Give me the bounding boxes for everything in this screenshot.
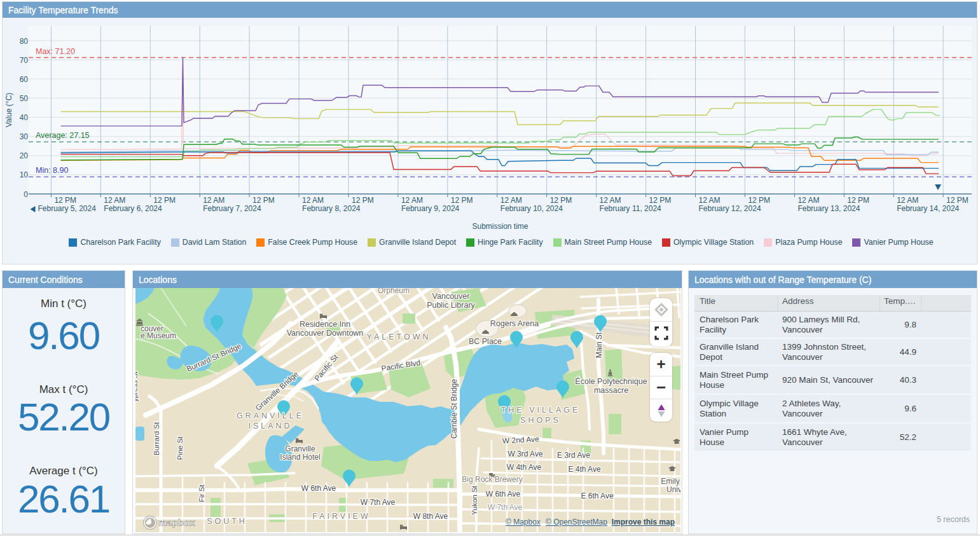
- svg-text:12 AM: 12 AM: [302, 196, 324, 205]
- svg-text:12 AM: 12 AM: [600, 196, 621, 205]
- svg-text:12 AM: 12 AM: [500, 196, 522, 205]
- svg-text:12 AM: 12 AM: [203, 196, 224, 205]
- svg-text:February 10, 2024: February 10, 2024: [500, 204, 563, 213]
- svg-text:Min: 8.90: Min: 8.90: [36, 166, 68, 175]
- svg-text:W 7th Ave: W 7th Ave: [361, 498, 396, 507]
- svg-text:Burrard St: Burrard St: [153, 422, 160, 455]
- svg-text:12 AM: 12 AM: [897, 196, 918, 205]
- svg-text:massacre: massacre: [594, 386, 628, 395]
- svg-text:12 AM: 12 AM: [401, 196, 423, 205]
- svg-text:12 AM: 12 AM: [104, 196, 125, 205]
- svg-text:SHOPS: SHOPS: [520, 416, 561, 425]
- svg-text:50: 50: [20, 94, 29, 103]
- svg-text:Max: 71.20: Max: 71.20: [36, 47, 75, 56]
- svg-text:February 7, 2024: February 7, 2024: [203, 204, 261, 213]
- svg-text:12 PM: 12 PM: [352, 196, 374, 205]
- svg-text:Big Rock Brewery: Big Rock Brewery: [462, 475, 522, 484]
- svg-text:W 7th Ave: W 7th Ave: [488, 503, 523, 512]
- svg-text:Yukon St: Yukon St: [471, 485, 478, 515]
- svg-text:W 6th Ave: W 6th Ave: [486, 490, 521, 498]
- svg-text:Residence Inn: Residence Inn: [300, 320, 350, 329]
- svg-text:12 PM: 12 PM: [252, 196, 275, 205]
- svg-text:0: 0: [24, 190, 28, 199]
- svg-text:Main St: Main St: [595, 332, 604, 358]
- svg-text:FAIRVIEW: FAIRVIEW: [312, 512, 371, 521]
- svg-text:February 12, 2024: February 12, 2024: [699, 204, 761, 213]
- svg-text:E 4th Ave: E 4th Ave: [568, 465, 600, 474]
- svg-text:12 PM: 12 PM: [847, 196, 869, 205]
- svg-text:© Mapbox: © Mapbox: [506, 518, 541, 526]
- svg-text:W 6th Ave: W 6th Ave: [301, 484, 336, 493]
- svg-text:Improve this map: Improve this map: [612, 518, 675, 526]
- svg-text:12 PM: 12 PM: [451, 196, 473, 205]
- svg-text:Island Hotel: Island Hotel: [280, 453, 320, 462]
- svg-text:70: 70: [20, 56, 29, 65]
- svg-text:Public Library: Public Library: [427, 301, 475, 310]
- svg-text:École Polytechnique: École Polytechnique: [575, 376, 647, 386]
- svg-text:Orpheum: Orpheum: [378, 288, 410, 295]
- svg-text:E 3rd Ave: E 3rd Ave: [557, 451, 590, 460]
- svg-text:W 3rd Ave: W 3rd Ave: [507, 450, 542, 458]
- svg-text:Fir St: Fir St: [198, 484, 205, 502]
- svg-text:February 8, 2024: February 8, 2024: [302, 204, 361, 213]
- svg-text:Vancouver Downtown: Vancouver Downtown: [287, 329, 364, 338]
- svg-text:February 11, 2024: February 11, 2024: [600, 204, 661, 213]
- svg-text:Rogers Arena: Rogers Arena: [490, 319, 539, 328]
- svg-text:12 PM: 12 PM: [153, 196, 176, 205]
- svg-text:10: 10: [20, 170, 29, 179]
- svg-text:Emily: Emily: [661, 477, 679, 486]
- svg-text:ISLAND: ISLAND: [248, 422, 292, 430]
- svg-text:20: 20: [20, 151, 29, 160]
- svg-text:12 PM: 12 PM: [550, 196, 572, 205]
- svg-text:Average: 27.15: Average: 27.15: [36, 131, 90, 140]
- svg-text:60: 60: [20, 75, 29, 84]
- svg-text:40: 40: [20, 113, 29, 122]
- svg-text:YALETOWN: YALETOWN: [367, 333, 431, 341]
- svg-text:February 13, 2024: February 13, 2024: [797, 204, 860, 213]
- svg-text:80: 80: [20, 37, 29, 46]
- svg-text:ypress St: ypress St: [135, 371, 139, 402]
- svg-text:30: 30: [20, 132, 29, 141]
- svg-text:W 8th Ave: W 8th Ave: [413, 512, 448, 521]
- svg-text:Granville: Granville: [285, 444, 315, 453]
- svg-text:Pine St: Pine St: [176, 436, 184, 460]
- svg-text:12 AM: 12 AM: [699, 196, 721, 205]
- svg-text:Value (°C): Value (°C): [4, 93, 13, 128]
- svg-text:mapbox: mapbox: [158, 517, 195, 528]
- svg-text:Vancouver: Vancouver: [432, 292, 470, 301]
- svg-text:E 6th Ave: E 6th Ave: [581, 491, 613, 500]
- svg-text:W 4th Ave: W 4th Ave: [507, 463, 542, 472]
- svg-text:Unive: Unive: [666, 485, 680, 494]
- svg-text:SOUTH: SOUTH: [207, 517, 247, 526]
- svg-text:GRANVILLE: GRANVILLE: [237, 411, 304, 420]
- svg-text:12 PM: 12 PM: [946, 196, 969, 205]
- svg-text:BC Place: BC Place: [469, 337, 502, 346]
- svg-text:© OpenStreetMap: © OpenStreetMap: [546, 518, 607, 526]
- svg-text:February 5, 2024: February 5, 2024: [38, 204, 97, 213]
- svg-text:12 AM: 12 AM: [797, 196, 819, 205]
- svg-text:12 PM: 12 PM: [649, 196, 672, 205]
- svg-text:Cambie St Bridge: Cambie St Bridge: [450, 379, 459, 439]
- svg-text:February 6, 2024: February 6, 2024: [104, 204, 162, 213]
- svg-text:Submission time: Submission time: [472, 222, 528, 231]
- svg-text:THE VILLAGE: THE VILLAGE: [501, 406, 581, 415]
- svg-text:12 PM: 12 PM: [748, 196, 770, 205]
- svg-text:February 9, 2024: February 9, 2024: [401, 204, 460, 213]
- svg-text:12 PM: 12 PM: [54, 196, 76, 205]
- svg-text:February 14, 2024: February 14, 2024: [897, 204, 959, 213]
- svg-text:e Museum: e Museum: [141, 331, 176, 340]
